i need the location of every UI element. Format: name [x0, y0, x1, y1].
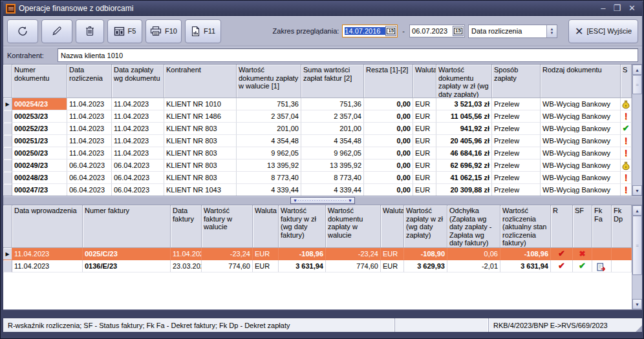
cell-suma-zaplat-faktur[interactable]: 201,00: [301, 123, 364, 135]
cell-data-wprowadzenia[interactable]: 11.04.2023: [12, 260, 83, 272]
cell-sf[interactable]: ✔: [573, 260, 592, 272]
cell-wartosc-faktury-zl[interactable]: -108,96: [279, 248, 326, 260]
cell-rodzaj-dokumentu[interactable]: WB-Wyciąg Bankowy: [541, 123, 621, 135]
delete-button[interactable]: [76, 19, 104, 43]
cell-wartosc-dokumentu-walucie[interactable]: 13 395,92: [237, 159, 301, 172]
cell-wartosc-dokumentu-zl[interactable]: 20 405,96 zł: [436, 135, 492, 147]
column-header-odchylka[interactable]: Odchyłka (Zapłata wg daty zapłaty - Zapł…: [447, 205, 500, 248]
cell-sposob-zaplaty[interactable]: Przelew: [492, 147, 541, 159]
edit-button[interactable]: [41, 19, 72, 43]
column-header-wartosc-faktury-walucie[interactable]: Wartość faktury w walucie: [202, 205, 253, 248]
date-from-value[interactable]: 14.07.2016: [345, 27, 385, 35]
cell-suma-zaplat-faktur[interactable]: 13 395,92: [301, 159, 364, 172]
cell-waluta[interactable]: EUR: [413, 159, 436, 172]
cell-waluta[interactable]: EUR: [413, 123, 436, 135]
cell-data-wprowadzenia[interactable]: 11.04.2023: [12, 248, 83, 260]
cell-suma-zaplat-faktur[interactable]: 9 962,05: [301, 147, 364, 159]
cell-waluta[interactable]: EUR: [413, 147, 436, 159]
cell-status[interactable]: !: [621, 135, 632, 147]
cell-wartosc-dokumentu-zl[interactable]: 20 309,88 zł: [436, 184, 492, 196]
exit-button[interactable]: ✕ [ESC] Wyjście: [568, 19, 638, 43]
cell-sposob-zaplaty[interactable]: Przelew: [492, 123, 541, 135]
cell-wartosc-dokumentu-zaplaty-walucie[interactable]: -23,24: [326, 248, 381, 260]
cell-wartosc-faktury-zl[interactable]: 3 631,94: [279, 260, 326, 272]
spinner-updown-icon[interactable]: ▲▼: [546, 25, 557, 37]
column-header-waluta[interactable]: Waluta: [253, 205, 279, 248]
cell-status[interactable]: [621, 159, 632, 172]
cell-suma-zaplat-faktur[interactable]: 2 357,04: [301, 110, 364, 123]
cell-suma-zaplat-faktur[interactable]: 4 339,44: [301, 184, 364, 196]
calendar-icon[interactable]: 15: [453, 26, 464, 36]
cell-rodzaj-dokumentu[interactable]: WB-Wyciąg Bankowy: [541, 184, 621, 196]
cell-wartosc-dokumentu-walucie[interactable]: 9 962,05: [237, 147, 301, 159]
column-header-numer-faktury[interactable]: Numer faktury: [83, 205, 171, 248]
cell-wartosc-dokumentu-zaplaty-walucie[interactable]: 774,60: [326, 260, 381, 272]
cell-data-faktury[interactable]: 23.03.2023: [171, 260, 202, 272]
cell-kontrahent[interactable]: KLIENT NR 1010: [164, 98, 237, 110]
column-header-wartosc-dokumentu-zl[interactable]: Wartość dokumentu zapłaty w zł (wg daty …: [436, 65, 492, 98]
cell-status[interactable]: ✔: [621, 123, 632, 135]
cell-wartosc-dokumentu-walucie[interactable]: 2 357,04: [237, 110, 301, 123]
cell-wartosc-dokumentu-zl[interactable]: 3 521,03 zł: [436, 98, 492, 110]
cell-data-rozliczenia[interactable]: 06.04.2023: [67, 184, 112, 196]
cell-waluta[interactable]: EUR: [413, 184, 436, 196]
cell-r[interactable]: ✔: [551, 260, 573, 272]
column-header-fk-fa[interactable]: Fk Fa: [592, 205, 612, 248]
cell-data-zaplaty-wg-dokumentu[interactable]: 11.04.2023: [112, 110, 164, 123]
cell-waluta[interactable]: EUR: [413, 135, 436, 147]
table-row[interactable]: 000249/2306.04.202306.04.2023KLIENT NR 8…: [3, 159, 632, 172]
cell-data-zaplaty-wg-dokumentu[interactable]: 11.04.2023: [112, 147, 164, 159]
cell-status[interactable]: [621, 98, 632, 110]
cell-rodzaj-dokumentu[interactable]: WB-Wyciąg Bankowy: [541, 159, 621, 172]
table-row[interactable]: 000250/2311.04.202311.04.2023KLIENT NR 8…: [3, 147, 632, 159]
close-button[interactable]: ✕: [628, 2, 636, 15]
invoices-scrollbar[interactable]: ▲ = ▼: [632, 205, 642, 309]
cell-numer-dokumentu[interactable]: 000254/23: [12, 98, 67, 110]
cell-rodzaj-dokumentu[interactable]: WB-Wyciąg Bankowy: [541, 110, 621, 123]
cell-kontrahent[interactable]: KLIENT NR 803: [164, 172, 237, 184]
cell-data-rozliczenia[interactable]: 11.04.2023: [67, 135, 112, 147]
column-header-waluta[interactable]: Waluta: [413, 65, 436, 98]
cell-kontrahent[interactable]: KLIENT NR 1486: [164, 110, 237, 123]
cell-waluta[interactable]: EUR: [413, 110, 436, 123]
cell-data-zaplaty-wg-dokumentu[interactable]: 06.04.2023: [112, 172, 164, 184]
column-header-waluta-2[interactable]: Waluta: [381, 205, 404, 248]
refresh-button[interactable]: [7, 19, 38, 43]
cell-wartosc-dokumentu-walucie[interactable]: 751,36: [237, 98, 301, 110]
scroll-down-icon[interactable]: ▼: [632, 299, 642, 309]
cell-numer-dokumentu[interactable]: 000249/23: [12, 159, 67, 172]
cell-numer-faktury[interactable]: 0136/E/23: [83, 260, 171, 272]
column-header-sf[interactable]: SF: [573, 205, 592, 248]
table-row[interactable]: 000253/2311.04.202311.04.2023KLIENT NR 1…: [3, 110, 632, 123]
cell-wartosc-dokumentu-walucie[interactable]: 4 354,48: [237, 135, 301, 147]
date-to-field[interactable]: 06.07.2023 15: [409, 25, 465, 37]
cell-sposob-zaplaty[interactable]: Przelew: [492, 172, 541, 184]
table-row[interactable]: ▶000254/2311.04.202311.04.2023KLIENT NR …: [3, 98, 632, 110]
cell-data-rozliczenia[interactable]: 06.04.2023: [67, 159, 112, 172]
cell-suma-zaplat-faktur[interactable]: 4 354,48: [301, 135, 364, 147]
cell-status[interactable]: !: [621, 172, 632, 184]
cell-wartosc-dokumentu-zl[interactable]: 11 045,56 zł: [436, 110, 492, 123]
cell-data-zaplaty-wg-dokumentu[interactable]: 11.04.2023: [112, 98, 164, 110]
cell-wartosc-dokumentu-zl[interactable]: 41 062,15 zł: [436, 172, 492, 184]
cell-wartosc-dokumentu-zl[interactable]: 941,92 zł: [436, 123, 492, 135]
date-from-field[interactable]: 14.07.2016 15: [342, 25, 398, 37]
cell-reszta[interactable]: 0,00: [364, 159, 413, 172]
cell-numer-dokumentu[interactable]: 000250/23: [12, 147, 67, 159]
payments-scrollbar[interactable]: ▲ = ▼: [632, 65, 642, 196]
cell-status[interactable]: !: [621, 184, 632, 196]
cell-fk-fa[interactable]: [592, 260, 612, 272]
cell-kontrahent[interactable]: KLIENT NR 803: [164, 135, 237, 147]
scroll-thumb[interactable]: =: [632, 216, 642, 275]
grid-splitter[interactable]: ▼ ······················· ▼: [3, 196, 642, 205]
cell-waluta[interactable]: EUR: [413, 172, 436, 184]
cell-waluta[interactable]: EUR: [253, 260, 279, 272]
cell-waluta[interactable]: EUR: [413, 98, 436, 110]
cell-wartosc-dokumentu-walucie[interactable]: 4 339,44: [237, 184, 301, 196]
cell-data-zaplaty-wg-dokumentu[interactable]: 06.04.2023: [112, 159, 164, 172]
table-row[interactable]: 11.04.20230136/E/2323.03.2023774,60EUR3 …: [3, 260, 632, 272]
cell-wartosc-dokumentu-zl[interactable]: 62 696,92 zł: [436, 159, 492, 172]
cell-fk-fa[interactable]: [592, 248, 612, 260]
column-header-suma-zaplat-faktur[interactable]: Suma wartości zapłat faktur [2]: [301, 65, 364, 98]
cell-data-zaplaty-wg-dokumentu[interactable]: 06.04.2023: [112, 184, 164, 196]
